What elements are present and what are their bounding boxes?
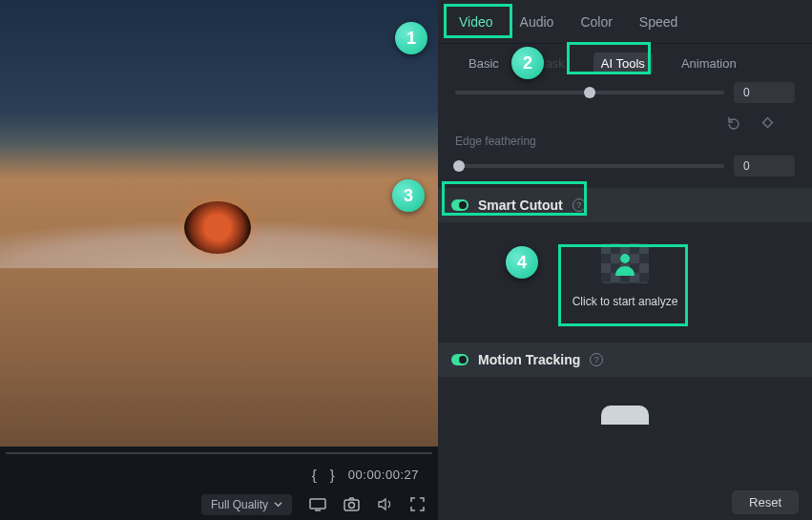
mark-out-bracket[interactable]: } <box>330 467 335 483</box>
reset-button[interactable]: Reset <box>732 490 799 514</box>
start-analyze-label: Click to start analyze <box>573 295 678 308</box>
help-icon[interactable]: ? <box>573 198 586 212</box>
reset-param-icon[interactable] <box>726 116 740 131</box>
svg-point-5 <box>620 254 630 263</box>
svg-point-2 <box>349 503 355 509</box>
tab-audio[interactable]: Audio <box>520 10 554 33</box>
smart-cutout-header[interactable]: Smart Cutout ? <box>438 188 812 222</box>
chevron-down-icon <box>274 500 282 509</box>
edge-feathering-value[interactable]: 0 <box>734 156 795 177</box>
top-slider-value[interactable]: 0 <box>734 82 795 103</box>
svg-rect-0 <box>310 499 325 509</box>
motion-tracking-title: Motion Tracking <box>478 352 580 367</box>
volume-icon[interactable] <box>377 497 393 511</box>
subtab-basic[interactable]: Basic <box>461 52 507 74</box>
tab-speed[interactable]: Speed <box>639 10 677 33</box>
subtab-mask[interactable]: Mask <box>528 52 573 74</box>
tab-video[interactable]: Video <box>459 10 493 33</box>
keyframe-icon[interactable] <box>761 116 774 131</box>
subtab-ai-tools[interactable]: AI Tools <box>593 52 653 74</box>
timeline-scrubber[interactable] <box>0 447 438 460</box>
help-icon[interactable]: ? <box>590 353 603 366</box>
tab-color[interactable]: Color <box>580 10 612 33</box>
motion-tracking-preview[interactable] <box>601 406 649 425</box>
top-slider[interactable] <box>455 91 724 94</box>
smart-cutout-title: Smart Cutout <box>478 198 563 213</box>
svg-rect-1 <box>344 500 359 510</box>
edge-feathering-slider[interactable] <box>455 164 724 168</box>
display-device-icon[interactable] <box>309 497 326 511</box>
video-preview[interactable] <box>0 0 438 447</box>
snapshot-icon[interactable] <box>344 497 360 511</box>
fullscreen-icon[interactable] <box>410 497 425 511</box>
motion-tracking-toggle[interactable] <box>451 354 468 365</box>
mark-in-bracket[interactable]: { <box>312 467 317 483</box>
start-analyze-button[interactable] <box>601 243 649 283</box>
person-silhouette-icon <box>611 249 639 278</box>
subtab-animation[interactable]: Animation <box>674 52 744 74</box>
edge-feathering-label: Edge feathering <box>455 135 795 148</box>
playback-quality-dropdown[interactable]: Full Quality <box>201 494 292 515</box>
motion-tracking-header[interactable]: Motion Tracking ? <box>438 343 812 377</box>
smart-cutout-toggle[interactable] <box>451 199 468 211</box>
playback-quality-label: Full Quality <box>211 498 268 511</box>
timecode-display: 00:00:00:27 <box>348 468 419 482</box>
svg-rect-4 <box>763 118 773 128</box>
